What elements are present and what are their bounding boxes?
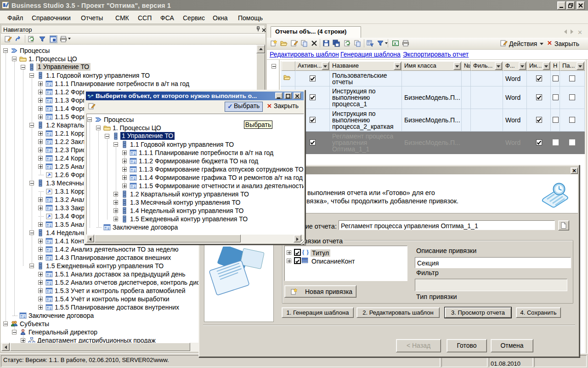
svg-text:{ }: { } — [302, 248, 309, 256]
svg-text:X: X — [394, 41, 396, 46]
